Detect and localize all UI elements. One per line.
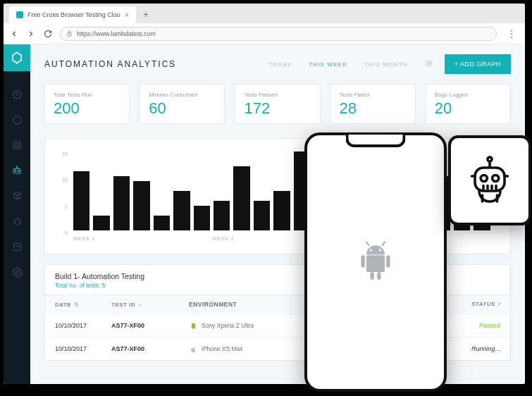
- chart-bar: [113, 176, 130, 230]
- cell-date: 10/10/2017: [55, 345, 111, 352]
- stat-card[interactable]: Tests Passed172: [235, 84, 320, 124]
- url-text: https://www.lambdatest.com: [77, 30, 156, 37]
- address-bar[interactable]: https://www.lambdatest.com: [60, 27, 497, 41]
- nav-robot-icon[interactable]: [11, 164, 23, 177]
- robot-card: [448, 135, 531, 225]
- svg-point-9: [18, 171, 19, 172]
- svg-rect-23: [377, 272, 381, 280]
- add-graph-button[interactable]: + ADD GRAPH: [445, 54, 511, 74]
- browser-menu-button[interactable]: ⋮: [504, 28, 519, 39]
- svg-point-17: [370, 249, 372, 251]
- chart-bar: [73, 171, 89, 230]
- th-environment[interactable]: ENVIRONMENT: [189, 301, 237, 308]
- browser-window: Free Cross Browser Testing Clou × + http…: [4, 4, 525, 384]
- svg-rect-4: [18, 142, 20, 144]
- svg-rect-12: [13, 243, 20, 250]
- stat-value: 60: [149, 99, 216, 118]
- chart-bar: [194, 206, 210, 230]
- svg-rect-22: [370, 272, 373, 280]
- nav-cube-icon[interactable]: [11, 190, 23, 202]
- page-header: AUTOMATION ANALYTICS TODAY THIS WEEK THI…: [44, 54, 511, 74]
- th-test-id[interactable]: TEST ID: [111, 302, 135, 308]
- chart-bar: [273, 191, 290, 230]
- chart-y-axis: 151050: [56, 151, 68, 235]
- range-this-week[interactable]: THIS WEEK: [309, 61, 347, 68]
- search-icon[interactable]: ⌕: [138, 302, 142, 308]
- th-date[interactable]: DATE: [55, 302, 71, 308]
- nav-clock-icon[interactable]: [11, 113, 23, 126]
- svg-point-8: [15, 171, 16, 172]
- app-shell: AUTOMATION ANALYTICS TODAY THIS WEEK THI…: [4, 44, 525, 384]
- cell-status: Passed: [451, 322, 500, 329]
- phone-mockup: [304, 132, 447, 392]
- chart-bar: [173, 191, 190, 230]
- browser-tab[interactable]: Free Cross Browser Testing Clou ×: [9, 6, 136, 23]
- svg-point-10: [16, 166, 17, 167]
- app-sidebar: [4, 44, 30, 384]
- apple-icon: [189, 345, 197, 353]
- cell-test-id: AS77-XF00: [111, 345, 189, 352]
- svg-rect-20: [361, 255, 364, 267]
- close-tab-icon[interactable]: ×: [125, 11, 129, 19]
- stat-label: Tests Failed: [340, 92, 407, 98]
- svg-rect-6: [18, 146, 20, 149]
- svg-point-15: [428, 61, 430, 63]
- stat-value: 200: [54, 99, 120, 118]
- stat-card[interactable]: Minutes Consumed60: [140, 84, 225, 124]
- th-status[interactable]: STATUS: [471, 301, 495, 307]
- stat-card[interactable]: Bugs Logged20: [426, 84, 511, 124]
- reload-button[interactable]: [43, 29, 53, 39]
- nav-grid-icon[interactable]: [11, 139, 23, 151]
- stat-value: 172: [244, 99, 311, 118]
- stat-label: Tests Passed: [244, 92, 311, 98]
- range-this-month[interactable]: THIS MONTH: [364, 61, 408, 68]
- stat-card[interactable]: Total Tests Run200: [44, 84, 130, 124]
- robot-icon: [464, 153, 515, 208]
- range-tabs: TODAY THIS WEEK THIS MONTH: [268, 59, 433, 70]
- stat-label: Total Tests Run: [54, 92, 120, 98]
- android-icon: [189, 321, 197, 330]
- stat-label: Bugs Logged: [435, 92, 502, 98]
- new-tab-button[interactable]: +: [139, 8, 153, 22]
- nav-layers-icon[interactable]: [11, 240, 23, 253]
- tab-title: Free Cross Browser Testing Clou: [27, 11, 120, 18]
- nav-dashboard-icon[interactable]: [11, 88, 23, 101]
- svg-point-18: [379, 249, 381, 251]
- range-today[interactable]: TODAY: [268, 61, 292, 68]
- cell-status: Running...: [451, 345, 500, 352]
- chart-bar: [254, 201, 270, 230]
- browser-tabbar: Free Cross Browser Testing Clou × +: [4, 4, 525, 23]
- filter-icon[interactable]: ▾: [497, 301, 501, 307]
- svg-point-2: [13, 116, 20, 123]
- tune-icon[interactable]: [425, 59, 433, 70]
- cell-date: 10/10/2017: [55, 322, 111, 329]
- cell-test-id: AS77-XF00: [111, 322, 189, 329]
- svg-point-13: [16, 271, 18, 273]
- browser-toolbar: https://www.lambdatest.com ⋮: [4, 23, 525, 44]
- svg-point-26: [493, 175, 499, 182]
- chart-bar: [233, 166, 249, 230]
- nav-bug-icon[interactable]: [11, 215, 23, 228]
- svg-rect-5: [13, 146, 16, 149]
- forward-button[interactable]: [26, 29, 36, 39]
- stats-row: Total Tests Run200Minutes Consumed60Test…: [44, 84, 511, 124]
- app-logo[interactable]: [4, 44, 30, 71]
- favicon-icon: [16, 11, 23, 18]
- sort-icon[interactable]: ⇅: [74, 302, 80, 308]
- chart-bar: [93, 216, 109, 230]
- svg-rect-3: [13, 142, 16, 144]
- back-button[interactable]: [9, 29, 19, 39]
- chart-bar: [214, 201, 230, 230]
- svg-point-25: [481, 175, 487, 182]
- stat-label: Minutes Consumed: [149, 92, 216, 98]
- svg-point-14: [426, 64, 428, 66]
- stat-card[interactable]: Tests Failed28: [330, 84, 416, 124]
- android-icon: [357, 240, 394, 284]
- nav-settings-icon[interactable]: [11, 266, 23, 278]
- stat-value: 28: [340, 99, 407, 118]
- phone-notch: [346, 135, 406, 147]
- svg-rect-21: [386, 255, 390, 267]
- stat-value: 20: [435, 99, 502, 118]
- svg-point-16: [431, 63, 432, 64]
- chart-bar: [154, 216, 170, 230]
